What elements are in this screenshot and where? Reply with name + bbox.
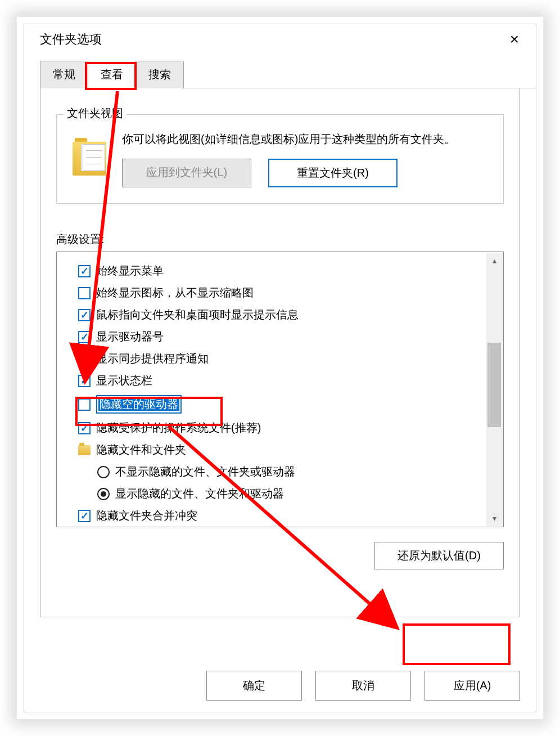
close-icon[interactable]: ×	[503, 32, 526, 47]
checkbox-checked-icon[interactable]	[78, 422, 91, 434]
scroll-down-icon[interactable]: ▾	[486, 510, 503, 526]
folder-options-dialog: 文件夹选项 × 常规 查看 搜索 文件夹视图 你可以将此视图(如详细信息或图标)…	[24, 24, 536, 712]
checkbox-checked-icon[interactable]	[78, 309, 91, 321]
titlebar: 文件夹选项 ×	[24, 24, 536, 53]
folder-document-icon	[73, 136, 106, 177]
list-item[interactable]: 显示驱动器号	[78, 326, 503, 348]
tab-search[interactable]: 搜索	[136, 61, 184, 88]
list-item[interactable]: 显示隐藏的文件、文件夹和驱动器	[97, 483, 503, 505]
ok-button[interactable]: 确定	[206, 671, 302, 701]
radio-icon[interactable]	[97, 466, 110, 478]
checkbox-checked-icon[interactable]	[78, 353, 91, 365]
cancel-button[interactable]: 取消	[315, 671, 411, 701]
advanced-settings-list[interactable]: 始终显示菜单 始终显示图标，从不显示缩略图 鼠标指向文件夹和桌面项时显示提示信息…	[56, 252, 504, 527]
folder-icon	[78, 445, 91, 455]
checkbox-checked-icon[interactable]	[78, 510, 91, 522]
list-item[interactable]: 始终显示菜单	[78, 260, 503, 282]
dialog-footer: 确定 取消 应用(A)	[206, 671, 520, 701]
checkbox-icon[interactable]	[78, 398, 91, 411]
list-item[interactable]: 隐藏已知文件类型的扩展名	[78, 527, 503, 527]
scroll-thumb[interactable]	[487, 343, 501, 427]
checkbox-checked-icon[interactable]	[78, 331, 91, 343]
list-item[interactable]: 显示同步提供程序通知	[78, 348, 503, 370]
tab-strip: 常规 查看 搜索	[40, 60, 536, 88]
radio-selected-icon[interactable]	[97, 488, 110, 500]
tab-view[interactable]: 查看	[88, 61, 136, 88]
advanced-settings-label: 高级设置:	[56, 232, 504, 247]
list-item-highlighted[interactable]: 隐藏空的驱动器	[78, 392, 503, 417]
list-item[interactable]: 鼠标指向文件夹和桌面项时显示提示信息	[78, 304, 503, 326]
tab-view-panel: 文件夹视图 你可以将此视图(如详细信息或图标)应用于这种类型的所有文件夹。 应用…	[40, 88, 520, 617]
checkbox-icon[interactable]	[78, 287, 91, 299]
folder-views-group: 文件夹视图 你可以将此视图(如详细信息或图标)应用于这种类型的所有文件夹。 应用…	[56, 114, 504, 204]
list-item[interactable]: 不显示隐藏的文件、文件夹或驱动器	[97, 461, 503, 483]
list-item[interactable]: 隐藏受保护的操作系统文件(推荐)	[78, 417, 503, 439]
apply-button[interactable]: 应用(A)	[424, 671, 520, 701]
tab-general[interactable]: 常规	[40, 61, 88, 88]
list-group: 隐藏文件和文件夹	[78, 439, 503, 461]
folder-views-description: 你可以将此视图(如详细信息或图标)应用于这种类型的所有文件夹。	[122, 131, 492, 147]
list-item[interactable]: 始终显示图标，从不显示缩略图	[78, 282, 503, 304]
scrollbar[interactable]: ▴ ▾	[486, 253, 503, 526]
folder-views-legend: 文件夹视图	[64, 106, 127, 121]
checkbox-checked-icon[interactable]	[78, 265, 91, 277]
scroll-up-icon[interactable]: ▴	[486, 253, 503, 268]
list-item[interactable]: 隐藏文件夹合并冲突	[78, 505, 503, 527]
list-item[interactable]: 显示状态栏	[78, 370, 503, 392]
checkbox-checked-icon[interactable]	[78, 375, 91, 387]
dialog-title: 文件夹选项	[40, 31, 102, 48]
reset-folders-button[interactable]: 重置文件夹(R)	[268, 159, 398, 187]
apply-to-folders-button[interactable]: 应用到文件夹(L)	[122, 159, 251, 187]
restore-defaults-button[interactable]: 还原为默认值(D)	[374, 542, 504, 569]
